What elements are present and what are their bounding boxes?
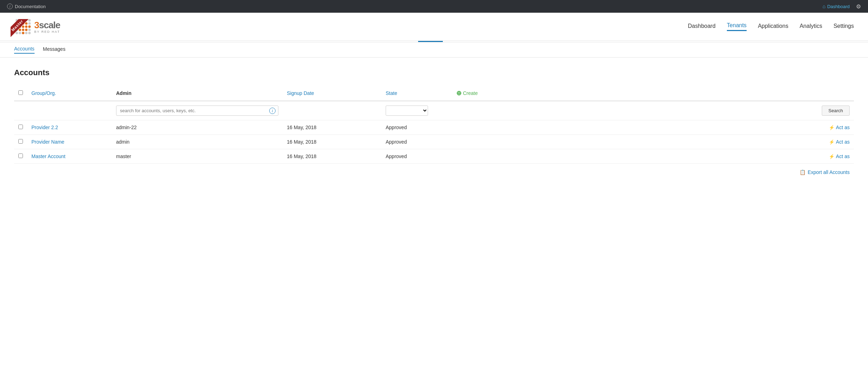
dashboard-top-link[interactable]: ⌂ Dashboard xyxy=(822,4,850,9)
state-select[interactable]: Approved Pending Rejected xyxy=(386,106,428,116)
accounts-table: Group/Org. Admin Signup Date State ⊕ Cre… xyxy=(14,86,854,164)
sub-nav: Accounts Messages xyxy=(0,42,868,58)
table-row: Master Account master 16 May, 2018 Appro… xyxy=(14,149,854,164)
row-admin-1: admin-22 xyxy=(112,120,283,135)
logo-area: Master xyxy=(11,19,60,34)
act-as-label-2: Act as xyxy=(836,139,850,145)
act-as-button-3[interactable]: ⚡ Act as xyxy=(456,154,850,159)
filter-row: i Approved Pending Rejected S xyxy=(14,101,854,120)
logo-scale: scale xyxy=(39,20,60,30)
act-as-label-3: Act as xyxy=(836,154,850,159)
bolt-icon-3: ⚡ xyxy=(829,154,834,159)
gear-icon[interactable]: ⚙ xyxy=(856,3,861,10)
row-group-3[interactable]: Master Account xyxy=(31,154,66,159)
table-row: Provider 2.2 admin-22 16 May, 2018 Appro… xyxy=(14,120,854,135)
top-bar-right: ⌂ Dashboard ⚙ xyxy=(822,3,861,10)
export-label: Export all Accounts xyxy=(808,169,850,175)
select-all-header xyxy=(14,86,27,101)
row-checkbox-1[interactable] xyxy=(18,125,23,129)
bolt-icon-1: ⚡ xyxy=(829,125,834,130)
nav-dashboard[interactable]: Dashboard xyxy=(688,23,716,31)
header: Master xyxy=(0,13,868,41)
row-admin-2: admin xyxy=(112,135,283,149)
col-admin: Admin xyxy=(112,86,283,101)
help-icon[interactable]: i xyxy=(269,108,276,114)
dashboard-top-label: Dashboard xyxy=(827,4,850,9)
row-state-1: Approved xyxy=(381,120,452,135)
row-group-1[interactable]: Provider 2.2 xyxy=(31,125,58,130)
col-action: ⊕ Create xyxy=(452,86,854,101)
act-as-button-2[interactable]: ⚡ Act as xyxy=(456,139,850,145)
col-signup-date: Signup Date xyxy=(283,86,381,101)
table-row: Provider Name admin 16 May, 2018 Approve… xyxy=(14,135,854,149)
nav-settings[interactable]: Settings xyxy=(833,23,854,31)
select-all-checkbox[interactable] xyxy=(18,90,23,95)
search-input-wrap: i xyxy=(116,106,278,116)
nav-applications[interactable]: Applications xyxy=(758,23,788,31)
act-as-label-1: Act as xyxy=(836,125,850,130)
subnav-accounts[interactable]: Accounts xyxy=(14,46,35,54)
export-icon: 📋 xyxy=(800,169,806,175)
row-admin-3: master xyxy=(112,149,283,164)
plus-icon: ⊕ xyxy=(456,89,462,97)
home-icon: ⌂ xyxy=(822,4,825,9)
logo-3: 3 xyxy=(34,20,39,30)
row-group-2[interactable]: Provider Name xyxy=(31,139,64,145)
top-bar: i Documentation ⌂ Dashboard ⚙ xyxy=(0,0,868,13)
nav-tenants[interactable]: Tenants xyxy=(727,22,747,31)
row-state-2: Approved xyxy=(381,135,452,149)
create-label: Create xyxy=(463,90,478,96)
act-as-button-1[interactable]: ⚡ Act as xyxy=(456,125,850,130)
col-group: Group/Org. xyxy=(27,86,112,101)
page-title: Accounts xyxy=(14,68,854,77)
search-button[interactable]: Search xyxy=(822,106,850,116)
subnav-messages[interactable]: Messages xyxy=(43,46,66,53)
info-icon: i xyxy=(7,4,13,9)
export-all-accounts-link[interactable]: 📋 Export all Accounts xyxy=(800,169,850,175)
search-input[interactable] xyxy=(116,106,278,116)
row-date-1: 16 May, 2018 xyxy=(283,120,381,135)
row-checkbox-2[interactable] xyxy=(18,139,23,144)
row-state-3: Approved xyxy=(381,149,452,164)
create-button[interactable]: ⊕ Create xyxy=(456,89,850,97)
col-state: State xyxy=(381,86,452,101)
bolt-icon-2: ⚡ xyxy=(829,139,834,145)
row-date-2: 16 May, 2018 xyxy=(283,135,381,149)
logo-subtitle: BY RED HAT xyxy=(34,30,60,34)
nav-analytics[interactable]: Analytics xyxy=(800,23,822,31)
export-row: 📋 Export all Accounts xyxy=(14,164,854,175)
documentation-link[interactable]: i Documentation xyxy=(7,4,46,9)
documentation-label: Documentation xyxy=(15,4,46,9)
row-checkbox-3[interactable] xyxy=(18,154,23,158)
page-content: Accounts Group/Org. Admin Signup Date St… xyxy=(0,58,868,186)
state-select-wrap: Approved Pending Rejected xyxy=(386,106,448,116)
row-date-3: 16 May, 2018 xyxy=(283,149,381,164)
logo: 3scale BY RED HAT xyxy=(16,19,60,34)
main-nav: Dashboard Tenants Applications Analytics… xyxy=(688,22,854,31)
